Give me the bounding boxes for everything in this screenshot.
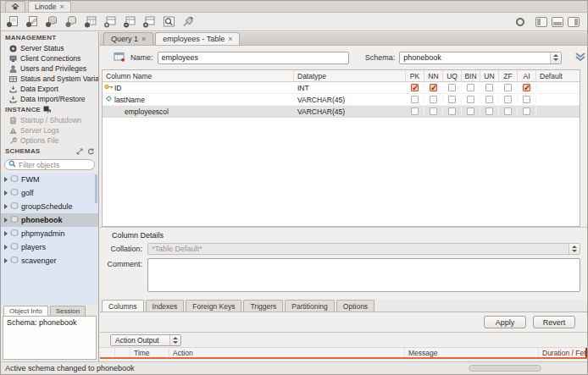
home-tab[interactable] bbox=[5, 1, 25, 12]
nn-checkbox[interactable] bbox=[430, 96, 437, 103]
ai-checkbox[interactable] bbox=[523, 84, 530, 91]
comment-textarea[interactable] bbox=[147, 258, 580, 292]
column-row-id[interactable]: ID INT bbox=[103, 82, 580, 94]
drop-schema-icon[interactable] bbox=[64, 14, 80, 29]
schema-row-phonebook[interactable]: phonebook bbox=[1, 213, 98, 227]
header-bin[interactable]: BIN bbox=[462, 70, 480, 81]
tab-partitioning[interactable]: Partitioning bbox=[285, 300, 335, 312]
create-procedure-icon[interactable] bbox=[122, 14, 138, 29]
header-default[interactable]: Default bbox=[536, 70, 580, 81]
tab-query-1[interactable]: Query 1× bbox=[103, 32, 153, 45]
create-function-icon[interactable] bbox=[141, 14, 158, 29]
sidebar-item-data-import[interactable]: Data Import/Restore bbox=[1, 94, 98, 104]
table-name-input[interactable] bbox=[158, 52, 349, 64]
toggle-left-panel-icon[interactable] bbox=[535, 17, 547, 27]
pk-checkbox[interactable] bbox=[411, 84, 419, 91]
tab-foreign-keys[interactable]: Foreign Keys bbox=[186, 300, 241, 312]
expander-icon[interactable] bbox=[4, 190, 8, 196]
bin-checkbox[interactable] bbox=[467, 84, 474, 91]
schema-dropdown[interactable]: phonebook bbox=[399, 52, 562, 64]
toggle-bottom-panel-icon[interactable] bbox=[552, 17, 563, 27]
expander-icon[interactable] bbox=[4, 177, 8, 182]
header-column-name[interactable]: Column Name bbox=[103, 70, 294, 81]
expand-schemas-icon[interactable] bbox=[75, 147, 84, 155]
tab-columns[interactable]: Columns bbox=[102, 300, 144, 312]
pk-checkbox[interactable] bbox=[411, 96, 419, 103]
bin-checkbox[interactable] bbox=[467, 108, 474, 115]
sidebar-item-server-logs[interactable]: Server Logs bbox=[1, 125, 98, 135]
bin-checkbox[interactable] bbox=[467, 96, 474, 103]
sidebar-item-client-connections[interactable]: Client Connections bbox=[1, 53, 98, 63]
tab-options[interactable]: Options bbox=[336, 300, 374, 312]
schema-row-groupschedule[interactable]: groupSchedule bbox=[1, 200, 98, 213]
header-duration-fetch[interactable]: Duration / Fetch bbox=[539, 348, 587, 357]
grid-empty-area[interactable] bbox=[103, 118, 580, 226]
tab-close-icon[interactable]: × bbox=[141, 36, 146, 42]
un-checkbox[interactable] bbox=[485, 96, 493, 103]
create-schema-icon[interactable] bbox=[44, 14, 60, 29]
header-zf[interactable]: ZF bbox=[499, 70, 518, 81]
reconnect-dbms-icon[interactable] bbox=[180, 14, 197, 29]
toggle-right-panel-icon[interactable] bbox=[568, 17, 580, 27]
schema-row-players[interactable]: players bbox=[1, 240, 98, 254]
expander-icon[interactable] bbox=[4, 231, 8, 236]
collapse-header-icon[interactable] bbox=[574, 52, 587, 63]
header-action[interactable]: Action bbox=[169, 348, 405, 357]
un-checkbox[interactable] bbox=[485, 108, 493, 115]
schema-row-golf[interactable]: golf bbox=[1, 186, 98, 200]
uq-checkbox[interactable] bbox=[448, 84, 456, 91]
dropdown-stepper-icon[interactable] bbox=[569, 244, 580, 254]
expander-icon[interactable] bbox=[4, 204, 8, 209]
uq-checkbox[interactable] bbox=[448, 108, 456, 115]
new-sql-tab-icon[interactable] bbox=[5, 14, 21, 29]
schema-row-phpmyadmin[interactable]: phpmyadmin bbox=[1, 227, 98, 240]
header-ai[interactable]: AI bbox=[518, 70, 536, 81]
schema-row-scavenger[interactable]: scavenger bbox=[1, 254, 98, 267]
header-datatype[interactable]: Datatype bbox=[294, 70, 406, 81]
header-message[interactable]: Message bbox=[405, 348, 539, 357]
sidebar-item-data-export[interactable]: Data Export bbox=[1, 84, 98, 94]
expander-icon[interactable] bbox=[4, 218, 8, 223]
horizontal-scrollbar-thumb[interactable] bbox=[469, 365, 541, 372]
column-row-employeescol[interactable]: employeescol VARCHAR(45) bbox=[103, 106, 580, 118]
un-checkbox[interactable] bbox=[485, 84, 493, 91]
uq-checkbox[interactable] bbox=[448, 96, 456, 103]
create-view-icon[interactable] bbox=[103, 14, 119, 29]
tab-triggers[interactable]: Triggers bbox=[243, 300, 283, 312]
zf-checkbox[interactable] bbox=[504, 96, 512, 103]
sidebar-item-options-file[interactable]: Options File bbox=[1, 135, 98, 146]
sidebar-item-startup-shutdown[interactable]: Startup / Shutdown bbox=[1, 115, 98, 125]
ai-checkbox[interactable] bbox=[523, 96, 530, 103]
collation-dropdown[interactable]: *Table Default* bbox=[147, 243, 580, 255]
search-table-data-icon[interactable] bbox=[161, 14, 177, 29]
refresh-schemas-icon[interactable] bbox=[86, 147, 95, 155]
output-selector-dropdown[interactable]: Action Output bbox=[110, 334, 181, 346]
ai-checkbox[interactable] bbox=[523, 108, 530, 115]
nn-checkbox[interactable] bbox=[430, 84, 437, 91]
schema-filter-input[interactable] bbox=[19, 161, 86, 169]
header-un[interactable]: UN bbox=[480, 70, 499, 81]
tab-object-info[interactable]: Object Info bbox=[3, 306, 48, 316]
sidebar-item-users-privileges[interactable]: Users and Privileges bbox=[1, 63, 98, 74]
revert-button[interactable]: Revert bbox=[533, 316, 575, 328]
zf-checkbox[interactable] bbox=[504, 108, 512, 115]
tab-close-icon[interactable]: × bbox=[228, 36, 232, 42]
dropdown-stepper-icon[interactable] bbox=[550, 52, 561, 63]
schema-tree-scrollbar[interactable] bbox=[95, 174, 97, 203]
header-time[interactable]: Time bbox=[130, 348, 169, 357]
tab-close-icon[interactable]: × bbox=[60, 3, 64, 10]
tab-session[interactable]: Session bbox=[50, 306, 86, 316]
sidebar-item-server-status[interactable]: Server Status bbox=[1, 43, 98, 53]
pk-checkbox[interactable] bbox=[411, 108, 419, 115]
tab-employees-table[interactable]: employees - Table× bbox=[155, 32, 240, 45]
zf-checkbox[interactable] bbox=[504, 84, 512, 91]
connection-tab-linode[interactable]: Linode × bbox=[28, 1, 71, 12]
header-uq[interactable]: UQ bbox=[443, 70, 462, 81]
open-sql-script-icon[interactable] bbox=[25, 14, 41, 29]
header-nn[interactable]: NN bbox=[424, 70, 443, 81]
column-row-lastname[interactable]: lastName VARCHAR(45) bbox=[103, 94, 580, 106]
dropdown-stepper-icon[interactable] bbox=[169, 335, 180, 345]
apply-button[interactable]: Apply bbox=[484, 316, 526, 328]
schema-row-fwm[interactable]: FWM bbox=[1, 173, 98, 186]
header-pk[interactable]: PK bbox=[406, 70, 424, 81]
